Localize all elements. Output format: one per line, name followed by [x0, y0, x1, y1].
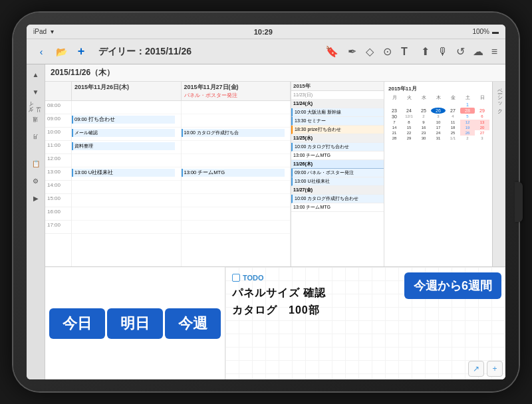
cal-d-23[interactable]: 23 [387, 108, 402, 114]
cal-d-12-4[interactable]: 4 [446, 114, 460, 120]
cal-d5-29[interactable]: 29 [402, 136, 416, 141]
cal-d4-27-sun[interactable]: 27 [475, 130, 489, 136]
menu-tool[interactable]: ≡ [489, 45, 500, 59]
cal-d4-22[interactable]: 22 [402, 130, 416, 136]
cal-d3-15[interactable]: 15 [402, 125, 416, 130]
daily-area: 2015年11月26日(木) 2015年11月27日(金) パネル・ポスター発注 [45, 82, 291, 266]
cal-d5-jan1[interactable]: 1/1 [446, 136, 460, 141]
tomorrow-button[interactable]: 明日 [107, 308, 163, 339]
cal-d4-24[interactable]: 24 [431, 130, 446, 136]
week-11-26-header: 11/26(木) [291, 160, 384, 169]
wifi-icon: ▾ [51, 28, 54, 35]
cal-d3-18[interactable]: 18 [446, 125, 460, 130]
cal-d5-jan3-sun[interactable]: 3 [475, 136, 489, 141]
todo-label: TODO [243, 274, 264, 282]
status-left: iPad ▾ [33, 28, 54, 35]
back-button[interactable]: ‹ [32, 43, 51, 61]
add-button[interactable]: + [72, 43, 90, 61]
cal-d-30[interactable]: 30 [387, 114, 402, 120]
pen-tool[interactable]: ✒ [345, 44, 359, 59]
week-11-26-ev2: 13:00 U社様来社 [291, 177, 384, 186]
fri-event-1000: 10:00 カタログ作成打ち合 [182, 129, 285, 137]
cal-d-27[interactable]: 27 [446, 108, 460, 114]
week-2015: 2015年 [291, 82, 384, 91]
cal-d2-11[interactable]: 11 [446, 120, 460, 125]
cal-d4-23[interactable]: 23 [416, 130, 431, 136]
fri-slot-1200 [182, 154, 291, 167]
daily-view-btn[interactable]: ダイリー [29, 102, 43, 116]
right-sidebar: ベーシック [492, 82, 505, 266]
cal-d-29-sun[interactable]: 29 [475, 108, 489, 114]
month-view-btn[interactable]: 月 [29, 136, 43, 151]
cal-d-12-3[interactable]: 3 [431, 114, 446, 120]
nav-buttons: ‹ 📂 + [32, 43, 90, 61]
cal-d-12-6-sun[interactable]: 6 [475, 114, 489, 120]
cal-d4-26-sat[interactable]: 26 [460, 130, 475, 136]
cal-d3-16[interactable]: 16 [416, 125, 431, 130]
time-1100: 11:00 [45, 141, 71, 154]
cal-d3-14[interactable]: 14 [387, 125, 402, 130]
cal-d4-21[interactable]: 21 [387, 130, 402, 136]
today-button[interactable]: 今日 [49, 308, 105, 339]
bottom-section: 今日 明日 今週 TODO パネルサイズ 確認 カ [45, 266, 505, 379]
share-tool[interactable]: ⬆ [418, 44, 432, 59]
cal-d-12-5-sat[interactable]: 5 [460, 114, 475, 120]
todo-checkbox[interactable] [232, 274, 240, 282]
thu-date: 2015年11月26日(木) [74, 83, 178, 92]
text-tool[interactable]: T [398, 45, 410, 59]
settings-btn[interactable]: ⚙ [29, 173, 43, 188]
cal-d-12-1[interactable]: 12/1 [402, 114, 416, 120]
time-labels: 08:00 09:00 10:00 11:00 12:00 13:00 14:0… [45, 101, 72, 266]
sync-tool[interactable]: ↺ [454, 44, 467, 59]
cal-d-26-today[interactable]: 26 [431, 108, 446, 114]
mini-cal-title: 2015年11月 [387, 84, 489, 93]
cal-d-1-sun[interactable] [475, 102, 489, 108]
cal-hdr-mon: 月 [387, 94, 402, 102]
calendar-area: 2015/11/26（木） 2015年11月26日(木) 2015年11月27日 [45, 64, 505, 379]
daily-header: 2015年11月26日(木) 2015年11月27日(金) パネル・ポスター発注 [45, 82, 291, 101]
fri-subtitle: パネル・ポスター発注 [184, 92, 288, 99]
cal-d-12-2[interactable]: 2 [416, 114, 431, 120]
cal-d3-17[interactable]: 17 [431, 125, 446, 130]
weekly-events-panel: 2015年 11/23(日) 11/24(火) 10:00 大阪法廟 新幹線 1… [291, 82, 384, 266]
cal-hdr-fri: 金 [446, 94, 460, 102]
thisweek-button[interactable]: 今週 [165, 308, 221, 339]
cal-d-1-sat[interactable]: 1 [460, 102, 475, 108]
thu-slot-1400 [72, 181, 181, 194]
down-button[interactable]: ▼ [29, 84, 43, 99]
cal-d5-jan2-sat[interactable]: 2 [460, 136, 475, 141]
cal-d2-13-sun[interactable]: 13 [475, 120, 489, 125]
fri-slot-0900 [182, 114, 291, 128]
expand-btn[interactable]: ▶ [29, 191, 43, 205]
cal-d-28-sat[interactable]: 28 [460, 108, 475, 114]
cloud-tool[interactable]: ☁ [470, 44, 486, 59]
week-view-btn[interactable]: 週 [29, 119, 43, 134]
cal-d5-30[interactable]: 30 [416, 136, 431, 141]
add-note-btn[interactable]: + [487, 361, 503, 377]
mini-calendar-container: 2015年11月 月 火 水 木 金 土 日 [384, 82, 492, 266]
mic-tool[interactable]: 🎙 [435, 45, 451, 59]
cal-d2-7[interactable]: 7 [387, 120, 402, 125]
cal-d3-20-sun[interactable]: 20 [475, 125, 489, 130]
shape-tool[interactable]: ◇ [363, 44, 376, 59]
cal-d-24[interactable]: 24 [402, 108, 416, 114]
cal-hdr-sun: 日 [475, 94, 489, 102]
folder-button[interactable]: 📂 [52, 43, 70, 61]
cal-d-25[interactable]: 25 [416, 108, 431, 114]
cal-d2-8[interactable]: 8 [402, 120, 416, 125]
bookmark-tool[interactable]: 🔖 [323, 44, 341, 59]
bottom-toolbar: ↗ + [468, 361, 503, 377]
cal-d2-12-sat[interactable]: 12 [460, 120, 475, 125]
up-button[interactable]: ▲ [29, 67, 43, 82]
cal-d5-31[interactable]: 31 [431, 136, 446, 141]
lasso-tool[interactable]: ⊙ [380, 44, 394, 59]
list-btn[interactable]: 📋 [29, 156, 43, 171]
arrow-tool-btn[interactable]: ↗ [468, 361, 484, 377]
fri-slot-0800 [182, 101, 291, 114]
cal-d3-19-sat[interactable]: 19 [460, 125, 475, 130]
cal-d4-25[interactable]: 25 [446, 130, 460, 136]
cal-d2-10[interactable]: 10 [431, 120, 446, 125]
cal-d2-9[interactable]: 9 [416, 120, 431, 125]
thu-slot-1500 [72, 194, 181, 207]
cal-d5-28[interactable]: 28 [387, 136, 402, 141]
